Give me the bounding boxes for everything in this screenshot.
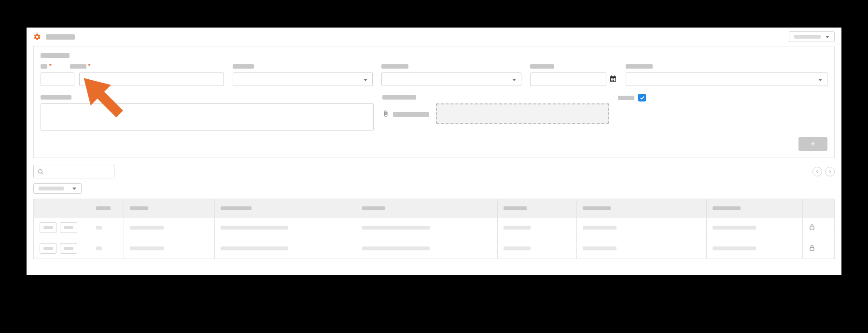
col-2[interactable] xyxy=(124,199,214,217)
required-marker: * xyxy=(49,64,52,69)
field-5-label xyxy=(626,64,653,69)
app-frame: * * xyxy=(27,28,841,275)
field-1b-label xyxy=(70,64,86,69)
field-1a-input[interactable] xyxy=(41,72,74,86)
chevron-down-icon xyxy=(512,79,516,81)
field-4-input[interactable] xyxy=(530,72,606,86)
lock-icon xyxy=(809,245,815,251)
field-3-select[interactable] xyxy=(381,72,521,86)
table-row xyxy=(34,238,835,259)
col-lock xyxy=(803,199,835,217)
svg-rect-3 xyxy=(810,247,814,250)
cell xyxy=(356,217,497,238)
cell xyxy=(707,238,803,259)
cell xyxy=(124,238,214,259)
search-input[interactable] xyxy=(33,165,114,178)
description-textarea[interactable] xyxy=(41,103,374,130)
pager-next[interactable] xyxy=(825,167,835,176)
filter-dropdown[interactable] xyxy=(33,183,82,194)
field-1a-label xyxy=(41,64,47,69)
gear-icon[interactable] xyxy=(33,33,41,41)
chevron-down-icon xyxy=(826,36,829,38)
table-row xyxy=(34,217,835,238)
col-7[interactable] xyxy=(707,199,803,217)
cell xyxy=(707,217,803,238)
description-label xyxy=(41,95,71,100)
search-value xyxy=(47,169,110,174)
lock-icon xyxy=(809,224,815,231)
svg-line-1 xyxy=(42,173,43,174)
attachment-label xyxy=(382,95,416,100)
chevron-down-icon xyxy=(818,79,822,81)
lock-cell xyxy=(803,217,835,238)
field-2-label xyxy=(233,64,254,69)
field-1b-input[interactable] xyxy=(79,72,224,86)
search-icon xyxy=(38,169,44,175)
cell xyxy=(124,217,214,238)
page-header xyxy=(27,28,841,46)
header-dropdown-value xyxy=(794,35,821,39)
chevron-right-icon xyxy=(828,170,832,174)
cell xyxy=(576,238,706,259)
svg-point-0 xyxy=(39,169,42,173)
checkbox-label xyxy=(618,96,634,100)
cell xyxy=(90,238,124,259)
col-6[interactable] xyxy=(576,199,706,217)
attachment-field xyxy=(382,94,609,124)
attachment-file-label xyxy=(393,112,429,117)
form-section-label xyxy=(41,53,70,58)
list-toolbar xyxy=(33,165,835,178)
lock-cell xyxy=(803,238,835,259)
pager xyxy=(812,167,835,176)
field-5 xyxy=(626,63,827,86)
description-field xyxy=(41,94,374,130)
calendar-icon[interactable] xyxy=(609,75,617,84)
field-1: * * xyxy=(41,63,224,86)
field-4-label xyxy=(530,64,554,69)
row-action-2[interactable] xyxy=(60,243,77,254)
form-panel: * * xyxy=(33,46,835,158)
active-checkbox[interactable] xyxy=(638,94,646,101)
chevron-down-icon xyxy=(72,188,76,190)
cell xyxy=(497,238,576,259)
add-button[interactable]: + xyxy=(798,137,827,151)
filter-value xyxy=(39,187,64,190)
plus-icon: + xyxy=(811,140,816,148)
table-header-row xyxy=(34,199,835,217)
cell xyxy=(90,217,124,238)
col-5[interactable] xyxy=(497,199,576,217)
pager-prev[interactable] xyxy=(812,167,822,176)
row-action-2[interactable] xyxy=(60,222,77,233)
col-4[interactable] xyxy=(356,199,497,217)
chevron-left-icon xyxy=(815,170,819,174)
row-action-1[interactable] xyxy=(40,243,57,254)
file-dropzone[interactable] xyxy=(436,103,609,124)
col-3[interactable] xyxy=(214,199,356,217)
chevron-down-icon xyxy=(364,79,367,81)
page-title xyxy=(46,34,75,40)
field-2-select[interactable] xyxy=(233,72,373,86)
field-5-select[interactable] xyxy=(626,72,827,86)
col-1[interactable] xyxy=(90,199,124,217)
svg-rect-2 xyxy=(810,227,814,230)
field-3 xyxy=(381,63,521,86)
cell xyxy=(214,217,356,238)
row-action-1[interactable] xyxy=(40,222,57,233)
cell xyxy=(576,217,706,238)
paperclip-icon xyxy=(382,110,389,118)
field-3-label xyxy=(381,64,408,69)
cell xyxy=(497,217,576,238)
header-dropdown[interactable] xyxy=(789,31,835,42)
data-table xyxy=(33,199,835,259)
required-marker: * xyxy=(88,64,91,69)
cell xyxy=(356,238,497,259)
field-2 xyxy=(233,63,373,86)
field-4 xyxy=(530,63,617,86)
col-actions xyxy=(34,199,90,217)
checkbox-field xyxy=(618,94,827,101)
cell xyxy=(214,238,356,259)
